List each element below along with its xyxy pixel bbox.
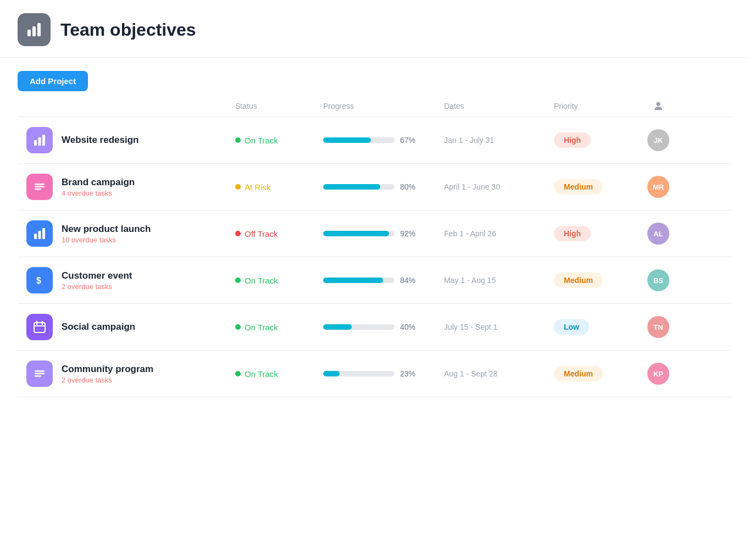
project-icon xyxy=(26,361,53,387)
progress-bar-fill xyxy=(323,324,352,330)
dates-cell: May 1 - Aug 15 xyxy=(444,276,554,285)
progress-bar-bg xyxy=(323,324,395,330)
progress-bar-fill xyxy=(323,231,389,236)
priority-badge: Low xyxy=(554,319,589,335)
svg-rect-9 xyxy=(35,188,41,190)
status-dot-icon xyxy=(235,137,241,143)
person-cell: MR xyxy=(642,176,675,198)
svg-rect-19 xyxy=(35,373,45,375)
svg-rect-7 xyxy=(35,184,45,185)
svg-rect-20 xyxy=(35,375,41,377)
progress-bar-bg xyxy=(323,184,395,190)
person-cell: JK xyxy=(642,129,675,151)
table-row[interactable]: New product launch 10 overdue tasks Off … xyxy=(18,210,731,257)
table-row[interactable]: Website redesign On Track 67% Jan 1 - Ju… xyxy=(18,117,731,164)
status-dot-icon xyxy=(235,231,241,236)
project-name: Brand campaign xyxy=(62,177,135,188)
status-cell: Off Track xyxy=(235,229,323,239)
table-row[interactable]: $ Customer event 2 overdue tasks On Trac… xyxy=(18,257,731,304)
project-icon xyxy=(26,174,53,200)
projects-table: Status Progress Dates Priority Website r… xyxy=(18,96,731,397)
progress-cell: 80% xyxy=(323,182,444,191)
person-icon xyxy=(652,100,664,112)
progress-bar-bg xyxy=(323,231,395,236)
svg-rect-11 xyxy=(38,231,41,239)
status-label: On Track xyxy=(245,276,278,285)
progress-cell: 92% xyxy=(323,229,444,238)
progress-percent: 40% xyxy=(400,323,420,331)
progress-bar-bg xyxy=(323,371,395,376)
progress-bar-fill xyxy=(323,371,340,376)
progress-percent: 67% xyxy=(400,136,420,145)
add-project-button[interactable]: Add Project xyxy=(18,71,88,91)
priority-badge: Medium xyxy=(554,273,603,288)
project-overdue: 4 overdue tasks xyxy=(62,189,135,197)
svg-text:$: $ xyxy=(36,276,41,285)
svg-rect-4 xyxy=(34,140,37,146)
progress-percent: 23% xyxy=(400,369,420,378)
priority-cell: Medium xyxy=(554,273,642,288)
person-cell: AL xyxy=(642,223,675,245)
progress-cell: 40% xyxy=(323,323,444,331)
dates-cell: July 15 - Sept 1 xyxy=(444,323,554,331)
priority-cell: Medium xyxy=(554,366,642,381)
priority-cell: High xyxy=(554,132,642,148)
table-row[interactable]: Brand campaign 4 overdue tasks At Risk 8… xyxy=(18,164,731,210)
status-dot-icon xyxy=(235,184,241,190)
project-name: Website redesign xyxy=(62,135,138,146)
project-icon: $ xyxy=(26,267,53,293)
table-body: Website redesign On Track 67% Jan 1 - Ju… xyxy=(18,117,731,397)
priority-cell: High xyxy=(554,226,642,241)
status-cell: At Risk xyxy=(235,182,323,192)
svg-rect-1 xyxy=(32,26,36,36)
progress-bar-bg xyxy=(323,278,395,283)
project-info: Social campaign xyxy=(62,321,135,332)
content: Add Project Status Progress Dates Priori… xyxy=(0,58,749,411)
col-header-person xyxy=(642,100,675,112)
progress-cell: 67% xyxy=(323,136,444,145)
project-cell: Community program 2 overdue tasks xyxy=(26,361,235,387)
col-header-priority: Priority xyxy=(554,100,642,112)
project-cell: Website redesign xyxy=(26,127,235,153)
status-dot-icon xyxy=(235,371,241,376)
status-label: On Track xyxy=(245,136,278,145)
project-cell: Social campaign xyxy=(26,314,235,340)
project-name: New product launch xyxy=(62,224,151,235)
project-name: Community program xyxy=(62,364,153,375)
status-cell: On Track xyxy=(235,323,323,332)
priority-badge: High xyxy=(554,132,591,148)
status-cell: On Track xyxy=(235,276,323,285)
svg-rect-10 xyxy=(34,234,37,239)
project-name: Social campaign xyxy=(62,321,135,332)
table-header: Status Progress Dates Priority xyxy=(18,96,731,117)
table-row[interactable]: Social campaign On Track 40% July 15 - S… xyxy=(18,304,731,351)
table-row[interactable]: Community program 2 overdue tasks On Tra… xyxy=(18,351,731,397)
svg-rect-2 xyxy=(37,23,41,36)
priority-badge: Medium xyxy=(554,366,603,381)
priority-cell: Medium xyxy=(554,179,642,195)
svg-point-3 xyxy=(656,102,660,106)
status-dot-icon xyxy=(235,324,241,330)
progress-percent: 84% xyxy=(400,276,420,285)
status-cell: On Track xyxy=(235,136,323,145)
person-cell: TN xyxy=(642,316,675,338)
svg-rect-5 xyxy=(38,137,41,146)
progress-bar-fill xyxy=(323,184,380,190)
project-icon xyxy=(26,127,53,153)
header: Team objectives xyxy=(0,0,749,58)
project-info: Website redesign xyxy=(62,135,138,146)
priority-badge: High xyxy=(554,226,591,241)
col-header-dates: Dates xyxy=(444,100,554,112)
project-overdue: 2 overdue tasks xyxy=(62,282,132,291)
svg-rect-12 xyxy=(42,228,45,239)
dates-cell: Feb 1 - April 26 xyxy=(444,229,554,238)
project-cell: $ Customer event 2 overdue tasks xyxy=(26,267,235,293)
project-info: Brand campaign 4 overdue tasks xyxy=(62,177,135,197)
svg-rect-18 xyxy=(35,370,45,372)
toolbar: Add Project xyxy=(18,71,731,91)
status-label: On Track xyxy=(245,369,278,379)
dates-cell: Aug 1 - Sept 28 xyxy=(444,369,554,378)
dates-cell: Jan 1 - July 31 xyxy=(444,136,554,145)
svg-rect-8 xyxy=(35,186,45,188)
col-header-status: Status xyxy=(235,100,323,112)
